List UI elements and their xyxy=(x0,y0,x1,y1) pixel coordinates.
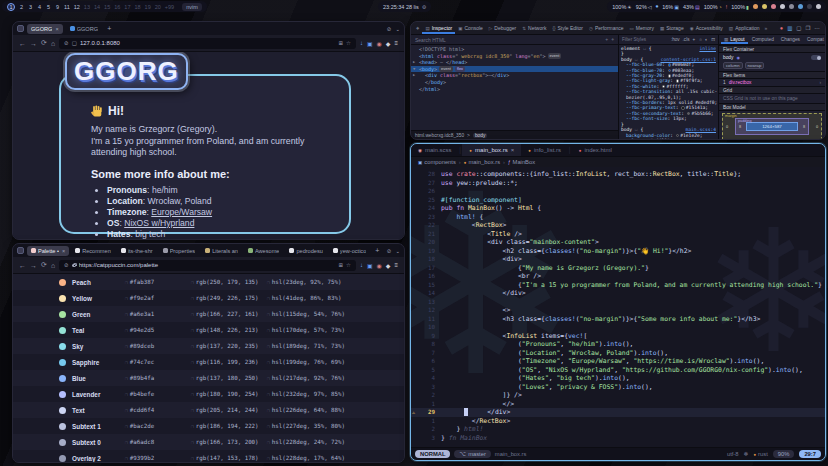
workspace-1[interactable]: 1 xyxy=(7,3,15,11)
devtools-tab-style-editor[interactable]: {}Style Editor xyxy=(549,22,586,34)
clock[interactable]: 23:25:34 28 lis ⚙ xyxy=(378,1,431,12)
copy-hsl-button[interactable]: ❐hsl(217deg, 92%, 76%) xyxy=(267,375,345,381)
browser-tab[interactable]: GGORG xyxy=(66,24,102,34)
browser-tab[interactable]: yew-octico xyxy=(329,246,370,256)
tracking-protection-icon[interactable]: ⊘ xyxy=(64,40,69,46)
container-icon[interactable]: ⊞ xyxy=(338,262,343,268)
workspace-3[interactable]: 3 xyxy=(28,4,33,10)
code-line[interactable]: 11 <h3 class={classes!("no-margin")}>{"S… xyxy=(411,315,825,324)
copy-rgb-button[interactable]: ❐rgb(147, 153, 178) xyxy=(191,455,267,461)
workspace-5[interactable]: 5 xyxy=(46,4,51,10)
code-line[interactable]: 5 ("OS", "NixOS w/Hyprland", "https://gi… xyxy=(411,366,825,375)
workspace-11[interactable]: 11 xyxy=(64,4,70,10)
screenshot-icon[interactable]: ▢ xyxy=(796,25,801,31)
color-swatch[interactable] xyxy=(662,85,666,89)
flex-items-header[interactable]: Flex Items xyxy=(719,71,825,79)
light-scheme-icon[interactable]: ☼ xyxy=(698,37,702,42)
code-line[interactable]: 25#[function_component] xyxy=(411,196,825,205)
tray-yellow-icon[interactable] xyxy=(762,4,767,9)
copy-rgb-button[interactable]: ❐rgb(137, 220, 235) xyxy=(191,343,267,349)
bookmark-star-icon[interactable]: ☆ xyxy=(346,262,351,268)
tray-volume-icon[interactable] xyxy=(789,4,794,9)
node-picker-icon[interactable]: ⌖ xyxy=(413,25,422,32)
devtools-menu-icon[interactable]: ⋯ xyxy=(815,25,821,31)
workspace-19[interactable]: 19 xyxy=(145,4,151,10)
back-button[interactable]: ← xyxy=(19,40,26,47)
tray-box-icon[interactable] xyxy=(807,4,812,9)
expander-icon[interactable]: ▶ xyxy=(413,59,415,66)
workspace-18[interactable]: 18 xyxy=(134,4,140,10)
code-line[interactable]: 3 ("Loves", "privacy & FOSS").into(), xyxy=(411,383,825,392)
print-sim-icon[interactable]: ⊡ xyxy=(711,37,715,42)
breadcrumb-item[interactable]: ƒMainBox xyxy=(508,159,535,165)
color-swatch[interactable] xyxy=(668,69,672,73)
flex-item-row[interactable]: 1div.rectbox› xyxy=(719,79,825,86)
code-line[interactable]: 4 ("Hates", "big tech").into(), xyxy=(411,374,825,383)
color-swatch[interactable] xyxy=(681,106,685,110)
copy-rgb-button[interactable]: ❐rgb(205, 214, 244) xyxy=(191,407,267,413)
code-line[interactable]: 19 <h2 class={classes!("no-margin")}>{"👋… xyxy=(411,247,825,256)
tab-close-icon[interactable]: × xyxy=(511,147,515,153)
errors-badge[interactable]: ● xyxy=(780,25,783,31)
filter-styles-input[interactable]: Filter Styles xyxy=(622,37,668,42)
copy-rgb-button[interactable]: ❐rgb(250, 179, 135) xyxy=(191,279,267,285)
libredirect-icon[interactable]: ◉ xyxy=(377,40,382,47)
color-swatch[interactable] xyxy=(687,112,691,116)
sidebar-tab-computed[interactable]: Computed xyxy=(749,35,777,44)
copy-rgb-button[interactable]: ❐rgb(137, 180, 250) xyxy=(191,375,267,381)
code-line[interactable]: 29⚠ </div> xyxy=(411,408,825,417)
breadcrumb-item[interactable]: body xyxy=(473,133,487,138)
home-button[interactable]: ⌂ xyxy=(51,40,55,47)
code-line[interactable]: 7 ("Location", "Wrocław, Poland").into()… xyxy=(411,349,825,358)
copy-hex-button[interactable]: ❐#9399b2 xyxy=(125,455,191,461)
breadcrumb-item[interactable]: ▣components xyxy=(418,159,456,165)
stylesheet-link[interactable]: content-script.css:1 xyxy=(661,57,716,62)
dark-scheme-icon[interactable]: ◐ xyxy=(705,37,708,42)
tray-clipboard-icon[interactable] xyxy=(816,4,821,9)
browser-tab[interactable]: pedrodesu xyxy=(285,246,326,256)
ublock-icon[interactable]: ◆ xyxy=(386,262,391,269)
devtools-tab-application[interactable]: ▧Application xyxy=(726,22,763,34)
copy-hsl-button[interactable]: ❐hsl(227deg, 35%, 80%) xyxy=(267,423,345,429)
tab-close-icon[interactable]: × xyxy=(62,248,65,254)
copy-hsl-button[interactable]: ❐hsl(199deg, 76%, 69%) xyxy=(267,359,345,365)
browser-app-icon[interactable] xyxy=(17,25,24,32)
code-line[interactable]: 16 <br /> xyxy=(411,272,825,281)
add-node-icon[interactable]: + xyxy=(605,36,608,43)
code-line[interactable]: 20 <div class="mainbox-content"> xyxy=(411,238,825,247)
stylesheet-link[interactable]: main.scss:4 xyxy=(686,127,716,132)
copy-hsl-button[interactable]: ❐hsl(23deg, 92%, 75%) xyxy=(267,279,342,285)
code-line[interactable]: 21 <Title /> xyxy=(411,230,825,239)
tray-network-icon[interactable] xyxy=(780,4,785,9)
editor-tab[interactable]: ●main_box.rs× xyxy=(462,144,521,156)
copy-rgb-button[interactable]: ❐rgb(166, 173, 200) xyxy=(191,439,267,445)
code-line[interactable]: 26 xyxy=(411,187,825,196)
eyedropper-icon[interactable]: ⌖ xyxy=(611,36,614,43)
tray-pink-icon[interactable] xyxy=(771,4,776,9)
copy-hsl-button[interactable]: ❐hsl(189deg, 71%, 73%) xyxy=(267,343,345,349)
code-line[interactable]: 3} fn MainBox xyxy=(411,434,825,443)
color-swatch[interactable] xyxy=(668,63,672,67)
workspace-16[interactable]: 16 xyxy=(114,4,120,10)
code-line[interactable]: 10 xyxy=(411,323,825,332)
download-icon[interactable]: ↓ xyxy=(360,262,363,268)
copy-rgb-button[interactable]: ❐rgb(166, 227, 161) xyxy=(191,311,267,317)
reload-button[interactable]: ⟳ xyxy=(41,261,47,269)
browser-tab[interactable]: its-the-shr xyxy=(117,246,157,256)
copy-rgb-button[interactable]: ❐rgb(116, 199, 236) xyxy=(191,359,267,365)
devtools-tab-console[interactable]: ▣Console xyxy=(455,22,486,34)
copy-rgb-button[interactable]: ❐rgb(249, 226, 175) xyxy=(191,295,267,301)
copy-rgb-button[interactable]: ❐rgb(180, 190, 254) xyxy=(191,391,267,397)
workspace-overflow[interactable]: +99 xyxy=(165,4,174,10)
workspace-4[interactable]: 4 xyxy=(37,4,42,10)
forward-button[interactable]: → xyxy=(30,40,37,47)
code-line[interactable]: 18 <div> xyxy=(411,255,825,264)
copy-hex-button[interactable]: ❐#f9e2af xyxy=(125,295,191,301)
workspace-2[interactable]: 2 xyxy=(19,4,24,10)
home-button[interactable]: ⌂ xyxy=(51,262,55,269)
forward-button[interactable]: → xyxy=(30,262,37,269)
tab-list-chevron-icon[interactable]: ⌄ xyxy=(395,248,400,254)
code-line[interactable]: 22 <RectBox> xyxy=(411,221,825,230)
copy-hsl-button[interactable]: ❐hsl(226deg, 64%, 88%) xyxy=(267,407,345,413)
code-line[interactable]: 28use crate::components::{info_list::Inf… xyxy=(411,170,825,179)
